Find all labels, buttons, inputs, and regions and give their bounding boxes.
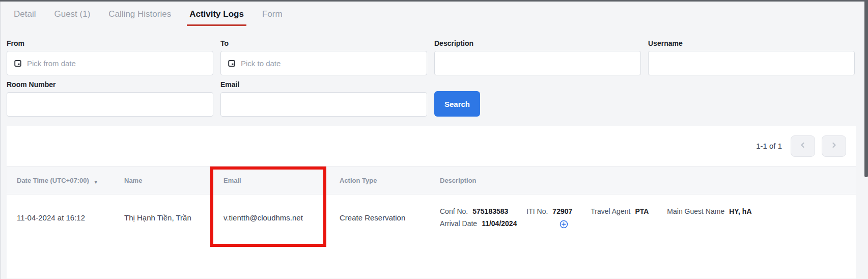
- tab-guest[interactable]: Guest (1): [51, 8, 93, 24]
- calendar-icon: [228, 59, 236, 67]
- email-text[interactable]: [228, 93, 420, 116]
- tab-detail[interactable]: Detail: [11, 8, 38, 24]
- cell-action-type: Create Reservation: [329, 213, 430, 222]
- tab-form[interactable]: Form: [260, 8, 285, 24]
- travel-agent-value: PTA: [635, 207, 649, 215]
- sort-desc-icon: ▼: [94, 180, 98, 185]
- description-line-1: Conf No.575183583 ITI No.72907 Travel Ag…: [440, 207, 856, 215]
- room-number-label: Room Number: [7, 81, 213, 88]
- chevron-right-icon: [830, 141, 838, 151]
- from-label: From: [7, 40, 213, 47]
- description-label: Description: [434, 40, 641, 47]
- main-guest-label: Main Guest Name: [667, 207, 724, 215]
- travel-agent-label: Travel Agent: [591, 207, 630, 215]
- room-number-text[interactable]: [14, 93, 206, 116]
- table-header: Date Time (UTC+07:00) ▼ Name Email Actio…: [7, 166, 856, 194]
- conf-no-value: 575183583: [472, 207, 508, 215]
- add-icon[interactable]: [559, 220, 568, 229]
- iti-no-label: ITI No.: [526, 207, 548, 215]
- from-date-text[interactable]: [27, 51, 206, 75]
- to-label: To: [220, 40, 427, 47]
- to-field: To: [220, 40, 427, 75]
- description-text[interactable]: [441, 51, 634, 75]
- iti-no-pair: ITI No.72907: [526, 207, 572, 215]
- tab-calling-histories[interactable]: Calling Histories: [106, 8, 174, 24]
- chevron-left-icon: [799, 141, 807, 151]
- username-label: Username: [648, 40, 855, 47]
- from-field: From: [7, 40, 213, 75]
- calendar-icon: [14, 59, 22, 67]
- arrival-date-label: Arrival Date: [440, 219, 477, 228]
- prev-page-button[interactable]: [791, 135, 815, 157]
- tab-bar: Detail Guest (1) Calling Histories Activ…: [0, 2, 868, 24]
- from-date-input[interactable]: [7, 51, 213, 75]
- filter-form: From To Description Username Room Number: [0, 40, 868, 117]
- email-field: Email: [220, 81, 427, 117]
- table-row: 11-04-2024 at 16:12 Thị Hạnh Tiền, Trần …: [7, 194, 856, 240]
- to-date-text[interactable]: [241, 51, 420, 75]
- main-guest-pair: Main Guest NameHY, hA: [667, 207, 751, 215]
- description-input[interactable]: [434, 51, 641, 75]
- cell-datetime: 11-04-2024 at 16:12: [7, 213, 114, 222]
- column-header-datetime-label: Date Time (UTC+07:00): [17, 177, 89, 184]
- cell-description: Conf No.575183583 ITI No.72907 Travel Ag…: [430, 207, 856, 228]
- room-number-field: Room Number: [7, 81, 213, 117]
- cell-name: Thị Hạnh Tiền, Trần: [114, 213, 213, 222]
- room-number-input[interactable]: [7, 92, 213, 117]
- description-line-2: Arrival Date11/04/2024: [440, 219, 856, 228]
- next-page-button[interactable]: [822, 135, 846, 157]
- email-label: Email: [220, 81, 427, 88]
- arrival-date-value: 11/04/2024: [482, 219, 517, 228]
- conf-no-label: Conf No.: [440, 207, 468, 215]
- scrollbar-thumb[interactable]: [864, 2, 868, 177]
- username-input[interactable]: [648, 51, 855, 75]
- pagination: 1-1 of 1: [7, 126, 856, 166]
- description-field: Description: [434, 40, 641, 75]
- tab-activity-logs[interactable]: Activity Logs: [187, 8, 246, 26]
- window-chrome-top: [0, 0, 868, 2]
- column-header-action-type[interactable]: Action Type: [329, 177, 430, 184]
- column-header-name[interactable]: Name: [114, 177, 213, 184]
- conf-no-pair: Conf No.575183583: [440, 207, 508, 215]
- column-header-email[interactable]: Email: [213, 177, 329, 184]
- main-guest-value: HY, hA: [729, 207, 751, 215]
- search-button[interactable]: Search: [434, 91, 480, 117]
- arrival-date-pair: Arrival Date11/04/2024: [440, 219, 517, 228]
- column-header-datetime[interactable]: Date Time (UTC+07:00) ▼: [7, 177, 114, 184]
- column-header-description[interactable]: Description: [430, 177, 856, 184]
- username-field: Username: [648, 40, 855, 75]
- email-input[interactable]: [220, 92, 427, 117]
- to-date-input[interactable]: [220, 51, 427, 75]
- username-text[interactable]: [655, 51, 848, 75]
- pagination-range: 1-1 of 1: [756, 142, 782, 150]
- cell-email: v.tientth@cloudhms.net: [213, 213, 329, 222]
- travel-agent-pair: Travel AgentPTA: [591, 207, 649, 215]
- iti-no-value: 72907: [552, 207, 572, 215]
- results-card: 1-1 of 1 Date Time (UTC+07:00) ▼ Name Em…: [7, 126, 856, 278]
